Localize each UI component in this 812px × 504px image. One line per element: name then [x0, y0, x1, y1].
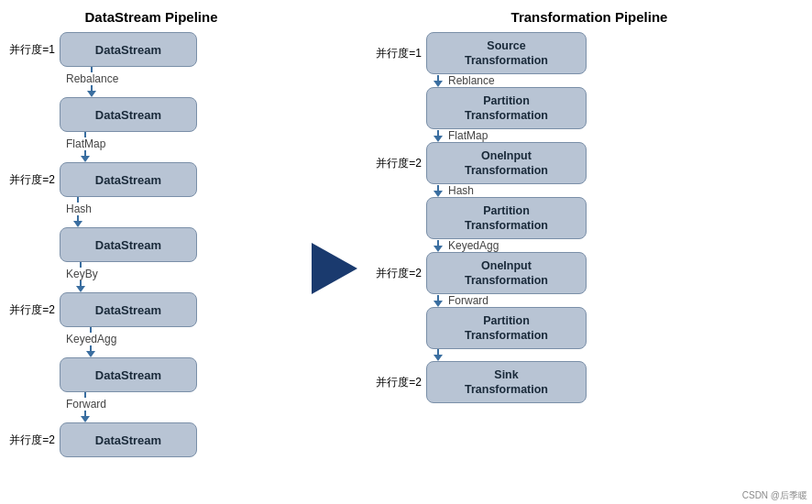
right-node-5: OneInput Transformation: [426, 252, 587, 294]
right-conn-center-2: [433, 130, 443, 142]
left-row-1: 并行度=1 DataStream: [5, 32, 298, 67]
right-arrow-down-6: [433, 355, 443, 361]
left-conn-label-6: Forward: [66, 398, 106, 411]
right-arrow-down-3: [433, 191, 443, 197]
right-conn-label-1: Reblance: [448, 74, 495, 87]
left-conn-2: FlatMap: [5, 132, 298, 162]
right-conn-2: FlatMap: [371, 129, 807, 142]
right-node-2: Partition Transformation: [426, 87, 587, 129]
left-arrow-down-4: [76, 286, 85, 292]
left-title: DataStream Pipeline: [84, 9, 217, 25]
watermark: CSDN @后季暖: [742, 489, 807, 502]
left-conn-center-5: KeyedAgg: [64, 327, 116, 357]
left-conn-6: Forward: [5, 392, 298, 422]
right-node-7: Sink Transformation: [426, 361, 587, 403]
left-node-7: DataStream: [60, 422, 197, 457]
right-conn-5: Forward: [371, 294, 807, 307]
left-arrow-down-3: [73, 221, 82, 227]
right-row-1: 并行度=1 Source Transformation: [371, 32, 807, 74]
right-conn-6: [371, 349, 807, 361]
right-conn-center-3: [433, 185, 443, 197]
right-par-5: 并行度=2: [371, 266, 426, 281]
right-conn-label-4: KeyedAgg: [448, 239, 499, 252]
left-body: 并行度=1 DataStream Rebalance DataStream: [5, 32, 298, 457]
right-conn-label-5: Forward: [448, 294, 488, 307]
left-conn-5: KeyedAgg: [5, 327, 298, 357]
left-node-1: DataStream: [60, 32, 197, 67]
right-pipeline: Transformation Pipeline 并行度=1 Source Tra…: [371, 9, 807, 499]
right-conn-label-2: FlatMap: [448, 129, 488, 142]
left-row-4: DataStream: [5, 227, 298, 262]
left-par-3: 并行度=2: [5, 172, 60, 188]
left-conn-label-3: Hash: [66, 203, 92, 215]
left-par-5: 并行度=2: [5, 302, 60, 318]
right-node-1: Source Transformation: [426, 32, 587, 74]
right-conn-center-5: [433, 295, 443, 307]
right-row-6: Partition Transformation: [371, 307, 807, 349]
right-body: 并行度=1 Source Transformation Reblance Par…: [371, 32, 807, 403]
right-node-4: Partition Transformation: [426, 197, 587, 239]
right-arrow-down-2: [433, 136, 443, 142]
right-conn-3: Hash: [371, 184, 807, 197]
big-arrow-icon: [312, 243, 357, 294]
right-conn-center-1: [433, 75, 443, 87]
right-conn-label-3: Hash: [448, 184, 474, 197]
left-conn-center-2: FlatMap: [64, 132, 105, 162]
left-conn-label-5: KeyedAgg: [66, 333, 116, 345]
left-arrow-down-1: [87, 91, 96, 97]
right-row-2: Partition Transformation: [371, 87, 807, 129]
left-node-5: DataStream: [60, 292, 197, 327]
right-arrow-down-1: [433, 81, 443, 87]
right-par-3: 并行度=2: [371, 156, 426, 171]
left-row-5: 并行度=2 DataStream: [5, 292, 298, 327]
right-conn-4: KeyedAgg: [371, 239, 807, 252]
transform-arrow: [298, 37, 371, 499]
right-conn-center-6: [433, 349, 443, 361]
right-par-1: 并行度=1: [371, 46, 426, 61]
left-conn-3: Hash: [5, 197, 298, 227]
right-arrow-down-5: [433, 301, 443, 307]
right-row-4: Partition Transformation: [371, 197, 807, 239]
left-row-6: DataStream: [5, 357, 298, 392]
left-row-3: 并行度=2 DataStream: [5, 162, 298, 197]
left-arrow-down-2: [81, 156, 90, 162]
right-row-3: 并行度=2 OneInput Transformation: [371, 142, 807, 184]
right-title: Transformation Pipeline: [511, 9, 668, 25]
left-conn-1: Rebalance: [5, 67, 298, 97]
left-arrow-down-6: [81, 416, 90, 422]
left-conn-center-4: KeyBy: [64, 262, 98, 292]
right-arrow-down-4: [433, 246, 443, 252]
left-par-1: 并行度=1: [5, 42, 60, 58]
right-node-3: OneInput Transformation: [426, 142, 587, 184]
left-node-3: DataStream: [60, 162, 197, 197]
left-node-2: DataStream: [60, 97, 197, 132]
right-conn-1: Reblance: [371, 74, 807, 87]
right-conn-center-4: [433, 240, 443, 252]
left-arrow-down-5: [86, 351, 95, 357]
right-row-5: 并行度=2 OneInput Transformation: [371, 252, 807, 294]
left-conn-label-4: KeyBy: [66, 268, 98, 280]
left-pipeline: DataStream Pipeline 并行度=1 DataStream Reb…: [5, 9, 298, 499]
right-par-7: 并行度=2: [371, 375, 426, 390]
left-conn-label-2: FlatMap: [66, 137, 105, 150]
left-conn-center-1: Rebalance: [64, 67, 118, 97]
left-par-7: 并行度=2: [5, 433, 60, 448]
left-conn-center-6: Forward: [64, 392, 106, 422]
left-node-6: DataStream: [60, 357, 197, 392]
left-conn-4: KeyBy: [5, 262, 298, 292]
left-conn-label-1: Rebalance: [66, 72, 118, 85]
left-conn-center-3: Hash: [64, 197, 92, 227]
left-node-4: DataStream: [60, 227, 197, 262]
right-row-7: 并行度=2 Sink Transformation: [371, 361, 807, 403]
left-row-2: DataStream: [5, 97, 298, 132]
left-row-7: 并行度=2 DataStream: [5, 422, 298, 457]
right-node-6: Partition Transformation: [426, 307, 587, 349]
